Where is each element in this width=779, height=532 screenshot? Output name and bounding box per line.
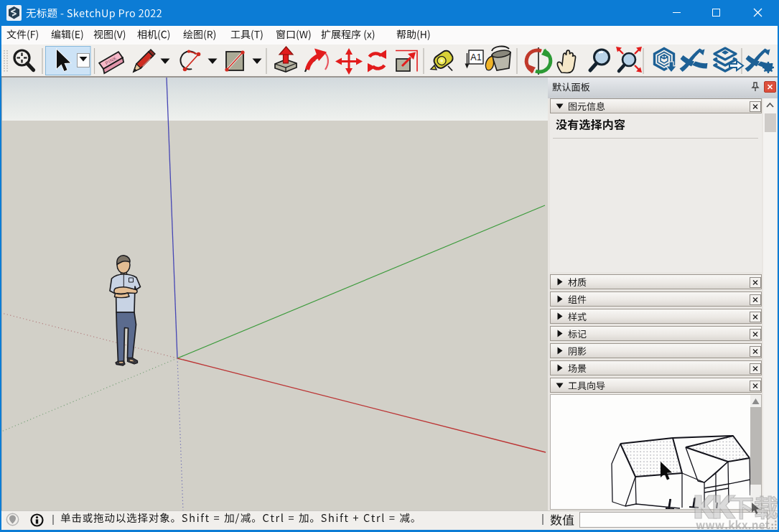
svg-text:A1: A1 xyxy=(470,52,481,62)
